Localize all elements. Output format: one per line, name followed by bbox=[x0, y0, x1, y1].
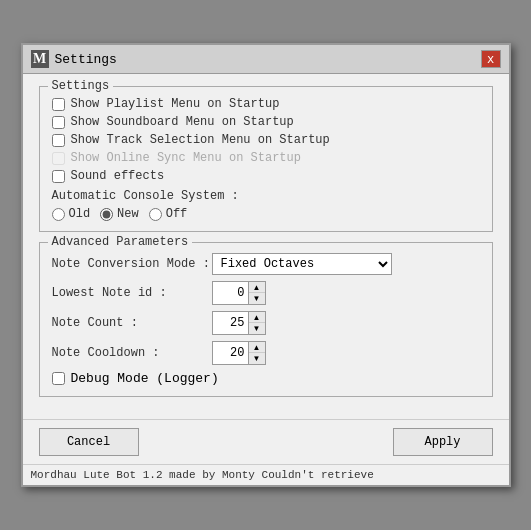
radio-old-label: Old bbox=[69, 207, 91, 221]
note-cooldown-spinbox: 20 ▲ ▼ bbox=[212, 341, 266, 365]
close-button[interactable]: x bbox=[481, 50, 501, 68]
note-count-spinbox: 25 ▲ ▼ bbox=[212, 311, 266, 335]
checkbox-online-sync-input bbox=[52, 152, 65, 165]
checkbox-soundboard: Show Soundboard Menu on Startup bbox=[52, 115, 480, 129]
checkbox-track-selection-label: Show Track Selection Menu on Startup bbox=[71, 133, 330, 147]
radio-row: Old New Off bbox=[52, 207, 480, 221]
note-count-down-button[interactable]: ▼ bbox=[249, 323, 265, 334]
debug-checkbox[interactable] bbox=[52, 372, 65, 385]
checkbox-track-selection: Show Track Selection Menu on Startup bbox=[52, 133, 480, 147]
note-conversion-select[interactable]: Fixed Octaves Dynamic Chromatic bbox=[212, 253, 392, 275]
lowest-note-down-button[interactable]: ▼ bbox=[249, 293, 265, 304]
note-cooldown-row: Note Cooldown : 20 ▲ ▼ bbox=[52, 341, 480, 365]
lowest-note-row: Lowest Note id : 0 ▲ ▼ bbox=[52, 281, 480, 305]
radio-off: Off bbox=[149, 207, 188, 221]
auto-console-label: Automatic Console System : bbox=[52, 189, 480, 203]
settings-section: Settings Show Playlist Menu on Startup S… bbox=[39, 86, 493, 232]
checkbox-online-sync: Show Online Sync Menu on Startup bbox=[52, 151, 480, 165]
note-cooldown-label: Note Cooldown : bbox=[52, 346, 212, 360]
advanced-section-title: Advanced Parameters bbox=[48, 235, 193, 249]
settings-window: M Settings x Settings Show Playlist Menu… bbox=[21, 43, 511, 487]
note-conversion-label: Note Conversion Mode : bbox=[52, 257, 212, 271]
note-count-up-button[interactable]: ▲ bbox=[249, 312, 265, 323]
lowest-note-label: Lowest Note id : bbox=[52, 286, 212, 300]
title-bar-left: M Settings bbox=[31, 50, 117, 68]
checkbox-sound-effects-input[interactable] bbox=[52, 170, 65, 183]
note-count-spinbox-buttons: ▲ ▼ bbox=[249, 312, 265, 334]
note-conversion-row: Note Conversion Mode : Fixed Octaves Dyn… bbox=[52, 253, 480, 275]
note-count-input[interactable]: 25 bbox=[213, 312, 249, 334]
checkbox-online-sync-label: Show Online Sync Menu on Startup bbox=[71, 151, 301, 165]
radio-old: Old bbox=[52, 207, 91, 221]
checkbox-playlist-label: Show Playlist Menu on Startup bbox=[71, 97, 280, 111]
debug-label: Debug Mode (Logger) bbox=[71, 371, 219, 386]
note-conversion-control: Fixed Octaves Dynamic Chromatic bbox=[212, 253, 392, 275]
window-content: Settings Show Playlist Menu on Startup S… bbox=[23, 74, 509, 419]
radio-new-label: New bbox=[117, 207, 139, 221]
note-cooldown-up-button[interactable]: ▲ bbox=[249, 342, 265, 353]
radio-off-label: Off bbox=[166, 207, 188, 221]
checkbox-track-selection-input[interactable] bbox=[52, 134, 65, 147]
note-count-label: Note Count : bbox=[52, 316, 212, 330]
advanced-section: Advanced Parameters Note Conversion Mode… bbox=[39, 242, 493, 397]
lowest-note-input[interactable]: 0 bbox=[213, 282, 249, 304]
apply-button[interactable]: Apply bbox=[393, 428, 493, 456]
checkbox-sound-effects: Sound effects bbox=[52, 169, 480, 183]
note-cooldown-down-button[interactable]: ▼ bbox=[249, 353, 265, 364]
lowest-note-up-button[interactable]: ▲ bbox=[249, 282, 265, 293]
app-icon: M bbox=[31, 50, 49, 68]
note-cooldown-input[interactable]: 20 bbox=[213, 342, 249, 364]
title-bar: M Settings x bbox=[23, 45, 509, 74]
note-count-row: Note Count : 25 ▲ ▼ bbox=[52, 311, 480, 335]
window-title: Settings bbox=[55, 52, 117, 67]
debug-row: Debug Mode (Logger) bbox=[52, 371, 480, 386]
checkbox-soundboard-input[interactable] bbox=[52, 116, 65, 129]
settings-section-title: Settings bbox=[48, 79, 114, 93]
lowest-note-spinbox-buttons: ▲ ▼ bbox=[249, 282, 265, 304]
cancel-button[interactable]: Cancel bbox=[39, 428, 139, 456]
footer-buttons: Cancel Apply bbox=[23, 419, 509, 464]
radio-old-input[interactable] bbox=[52, 208, 65, 221]
radio-off-input[interactable] bbox=[149, 208, 162, 221]
radio-new: New bbox=[100, 207, 139, 221]
note-cooldown-spinbox-buttons: ▲ ▼ bbox=[249, 342, 265, 364]
checkbox-playlist-input[interactable] bbox=[52, 98, 65, 111]
lowest-note-spinbox: 0 ▲ ▼ bbox=[212, 281, 266, 305]
checkbox-playlist: Show Playlist Menu on Startup bbox=[52, 97, 480, 111]
radio-new-input[interactable] bbox=[100, 208, 113, 221]
checkbox-soundboard-label: Show Soundboard Menu on Startup bbox=[71, 115, 294, 129]
checkbox-sound-effects-label: Sound effects bbox=[71, 169, 165, 183]
status-bar: Mordhau Lute Bot 1.2 made by Monty Could… bbox=[23, 464, 509, 485]
